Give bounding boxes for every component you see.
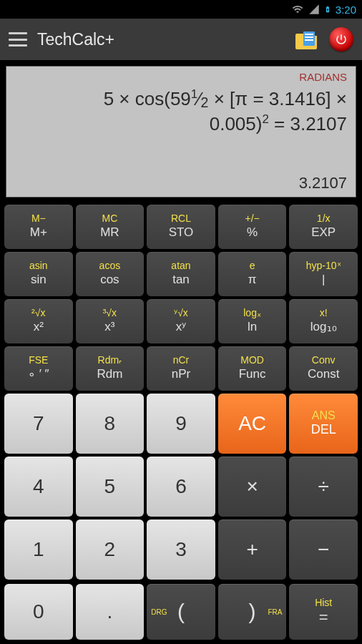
key-0[interactable]: 0 [4, 584, 73, 640]
result: 3.2107 [299, 174, 347, 192]
key-log10[interactable]: x!log₁₀ [289, 299, 358, 343]
key-const[interactable]: ConvConst [289, 346, 358, 391]
key-exp[interactable]: 1/xEXP [289, 205, 358, 249]
folder-icon[interactable] [295, 28, 319, 51]
expression: 5 × cos(591⁄2 × [π = 3.1416] ×0.005)2 = … [15, 87, 347, 137]
key-open-paren[interactable]: DRG( [147, 584, 215, 640]
key-close-paren[interactable]: )FRA [218, 584, 287, 640]
power-icon[interactable] [329, 27, 353, 52]
app-bar: TechCalc+ [0, 19, 362, 60]
key-4[interactable]: 4 [4, 457, 73, 517]
key-ln[interactable]: logₓln [218, 299, 287, 343]
key-5[interactable]: 5 [76, 457, 145, 517]
status-bar: 3:20 [0, 0, 362, 19]
key-equals[interactable]: Hist= [289, 584, 358, 640]
key-3[interactable]: 3 [147, 519, 215, 580]
key-tan[interactable]: atantan [147, 252, 215, 296]
key-dms[interactable]: FSE∘ ′ ″ [4, 346, 73, 391]
key-2[interactable]: 2 [76, 519, 145, 580]
key-ac[interactable]: AC [218, 394, 287, 454]
function-keys: M−M+ MCMR RCLSTO +/−% 1/xEXP asinsin aco… [0, 202, 362, 394]
key-1[interactable]: 1 [4, 519, 73, 580]
clock: 3:20 [336, 4, 356, 16]
key-mplus[interactable]: M−M+ [4, 205, 73, 249]
key-plus[interactable]: + [218, 519, 287, 580]
key-rdm[interactable]: RdmᵣRdm [76, 346, 145, 391]
key-decimal[interactable]: . [76, 584, 145, 640]
numeric-pad: 7 8 9 AC ANSDEL 4 5 6 × ÷ 1 2 3 + − [0, 394, 362, 584]
key-ans-del[interactable]: ANSDEL [289, 394, 358, 454]
key-minus[interactable]: − [289, 519, 358, 580]
key-npr[interactable]: nCrnPr [147, 346, 215, 391]
display-area: RADIANS 5 × cos(591⁄2 × [π = 3.1416] ×0.… [6, 66, 356, 197]
key-abs[interactable]: hyp-10ˣ| [289, 252, 358, 296]
key-9[interactable]: 9 [147, 394, 215, 454]
key-multiply[interactable]: × [218, 457, 287, 517]
key-mr[interactable]: MCMR [76, 205, 145, 249]
wifi-icon [291, 4, 304, 15]
bottom-row: 0 . DRG( )FRA Hist= [0, 584, 362, 644]
key-x2[interactable]: ²√xx² [4, 299, 73, 343]
key-sin[interactable]: asinsin [4, 252, 73, 296]
svg-rect-2 [305, 36, 313, 38]
angle-mode: RADIANS [299, 71, 347, 83]
key-x3[interactable]: ³√xx³ [76, 299, 145, 343]
battery-icon [324, 3, 331, 16]
key-func[interactable]: MODFunc [218, 346, 287, 391]
signal-icon [308, 4, 320, 15]
key-7[interactable]: 7 [4, 394, 73, 454]
key-divide[interactable]: ÷ [289, 457, 358, 517]
key-cos[interactable]: acoscos [76, 252, 145, 296]
svg-rect-1 [305, 34, 313, 35]
key-sto[interactable]: RCLSTO [147, 205, 215, 249]
menu-icon[interactable] [9, 32, 27, 47]
key-pi[interactable]: eπ [218, 252, 287, 296]
app-title: TechCalc+ [37, 30, 285, 49]
key-6[interactable]: 6 [147, 457, 215, 517]
key-8[interactable]: 8 [76, 394, 145, 454]
svg-rect-3 [305, 39, 313, 41]
key-percent[interactable]: +/−% [218, 205, 287, 249]
key-xy[interactable]: ʸ√xxʸ [147, 299, 215, 343]
